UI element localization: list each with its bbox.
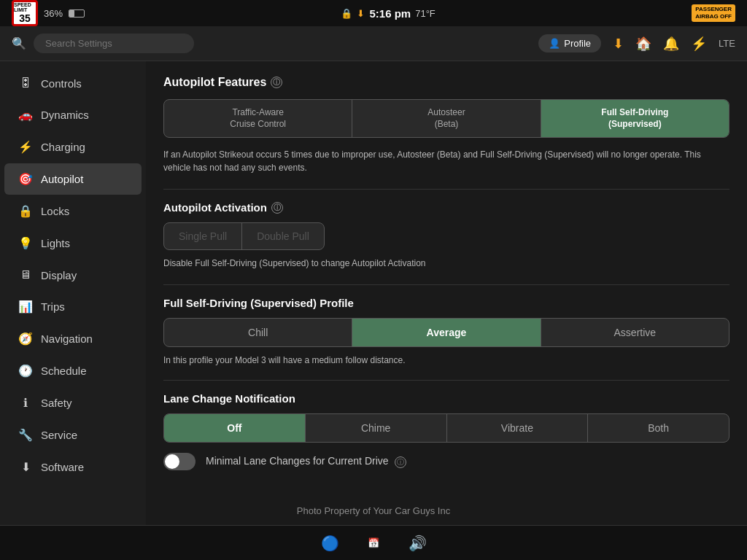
autopilot-feature-tabs: Traffic-AwareCruise Control Autosteer(Be…: [163, 99, 729, 138]
sidebar-item-schedule[interactable]: 🕐 Schedule: [4, 355, 142, 386]
status-center: 🔒 ⬇ 5:16 pm 71°F: [341, 7, 435, 20]
taskbar-volume-icon[interactable]: 🔊: [404, 530, 430, 556]
software-icon: ⬇: [18, 460, 34, 474]
sidebar-item-lights[interactable]: 💡 Lights: [4, 228, 142, 259]
speed-limit-value: 35: [19, 13, 31, 24]
lane-off-tab[interactable]: Off: [164, 414, 306, 442]
activation-heading: Autopilot Activation ⓘ: [163, 201, 729, 214]
minimal-lane-changes-toggle[interactable]: [163, 453, 196, 470]
battery-icon: [69, 9, 85, 18]
sidebar-item-navigation[interactable]: 🧭 Navigation: [4, 323, 142, 354]
sidebar-label-autopilot: Autopilot: [41, 173, 83, 185]
sidebar-item-service[interactable]: 🔧 Service: [4, 419, 142, 451]
taskbar-bluetooth-icon[interactable]: 🔵: [317, 530, 343, 556]
speed-limit-label: SPEED LIMIT: [14, 2, 36, 13]
charging-icon: ⚡: [18, 140, 34, 154]
sidebar-item-charging[interactable]: ⚡ Charging: [4, 131, 142, 163]
lights-icon: 💡: [18, 236, 34, 250]
minimal-lane-changes-label: Minimal Lane Changes for Current Drive ⓘ: [206, 455, 406, 468]
search-input[interactable]: [34, 34, 194, 53]
lane-vibrate-tab[interactable]: Vibrate: [447, 414, 589, 442]
lane-both-tab[interactable]: Both: [588, 414, 729, 442]
divider-3: [163, 380, 729, 381]
fsd-tab[interactable]: Full Self-Driving(Supervised): [541, 100, 729, 137]
bluetooth-icon[interactable]: ⚡: [691, 36, 707, 52]
sidebar-label-navigation: Navigation: [41, 332, 93, 345]
tacc-tab[interactable]: Traffic-AwareCruise Control: [164, 100, 352, 137]
sidebar-label-display: Display: [41, 269, 77, 281]
content-area: Autopilot Features ⓘ Traffic-AwareCruise…: [146, 61, 747, 525]
status-left: SPEED LIMIT 35 36%: [12, 0, 85, 26]
profile-description: In this profile your Model 3 will have a…: [163, 354, 729, 367]
battery-percent: 36%: [44, 8, 63, 19]
home-icon[interactable]: 🏠: [635, 36, 651, 52]
taskbar-calendar-icon[interactable]: 📅 23: [360, 530, 387, 556]
sidebar-item-safety[interactable]: ℹ Safety: [4, 387, 142, 419]
sidebar-item-locks[interactable]: 🔒 Locks: [4, 195, 142, 227]
minimal-lane-changes-row: Minimal Lane Changes for Current Drive ⓘ: [163, 453, 729, 470]
sidebar-item-display[interactable]: 🖥 Display: [4, 260, 142, 290]
sidebar-item-dynamics[interactable]: 🚗 Dynamics: [4, 99, 142, 131]
sidebar-label-software: Software: [41, 461, 84, 473]
speed-limit: SPEED LIMIT 35: [12, 0, 38, 26]
navigation-icon: 🧭: [18, 332, 34, 346]
trips-icon: 📊: [18, 300, 34, 314]
autopilot-warning-text: If an Autopilot Strikeout occurs 5 times…: [163, 148, 729, 174]
sidebar-label-service: Service: [41, 429, 77, 441]
sidebar-label-controls: Controls: [41, 77, 82, 90]
sidebar-item-trips[interactable]: 📊 Trips: [4, 291, 142, 322]
display-icon: 🖥: [18, 268, 34, 281]
profile-label: Profile: [564, 38, 591, 49]
fsd-profile-heading: Full Self-Driving (Supervised) Profile: [163, 297, 729, 309]
sidebar-item-controls[interactable]: 🎛 Controls: [4, 68, 142, 98]
download-icon[interactable]: ⬇: [613, 36, 624, 52]
lane-change-heading: Lane Change Notification: [163, 392, 729, 405]
status-right: PASSENGERAIRBAG OFF: [692, 4, 735, 21]
sidebar: 🎛 Controls 🚗 Dynamics ⚡ Charging 🎯 Autop…: [0, 61, 146, 525]
download-status-icon: ⬇: [357, 8, 365, 19]
sidebar-item-autopilot[interactable]: 🎯 Autopilot: [4, 163, 142, 195]
average-profile-tab[interactable]: Average: [352, 319, 541, 346]
locks-icon: 🔒: [18, 204, 34, 218]
autopilot-features-heading: Autopilot Features ⓘ: [163, 76, 729, 89]
sidebar-label-trips: Trips: [41, 300, 65, 313]
double-pull-btn[interactable]: Double Pull: [242, 223, 324, 249]
sidebar-label-charging: Charging: [41, 141, 85, 153]
activation-disabled-notice: Disable Full Self-Driving (Supervised) t…: [163, 257, 729, 270]
search-bar: 🔍 👤 Profile ⬇ 🏠 🔔 ⚡ LTE: [0, 26, 747, 61]
controls-icon: 🎛: [18, 77, 34, 90]
search-icons: 👤 Profile ⬇ 🏠 🔔 ⚡ LTE: [538, 34, 735, 52]
safety-icon: ℹ: [18, 396, 34, 410]
status-bar: SPEED LIMIT 35 36% 🔒 ⬇ 5:16 pm 71°F PASS…: [0, 0, 747, 26]
sidebar-label-locks: Locks: [41, 205, 69, 217]
divider-1: [163, 189, 729, 190]
autosteer-tab[interactable]: Autosteer(Beta): [352, 100, 541, 137]
assertive-profile-tab[interactable]: Assertive: [541, 319, 729, 346]
signal-icon: LTE: [719, 38, 735, 49]
divider-2: [163, 284, 729, 285]
autopilot-features-info-icon[interactable]: ⓘ: [271, 77, 282, 88]
fsd-profile-tabs: Chill Average Assertive: [163, 318, 729, 347]
time-display: 5:16 pm: [369, 7, 411, 20]
sidebar-item-software[interactable]: ⬇ Software: [4, 451, 142, 483]
dynamics-icon: 🚗: [18, 108, 34, 122]
lane-change-tabs: Off Chime Vibrate Both: [163, 413, 729, 443]
service-icon: 🔧: [18, 428, 34, 442]
main-content: 🎛 Controls 🚗 Dynamics ⚡ Charging 🎯 Autop…: [0, 61, 747, 525]
single-pull-btn[interactable]: Single Pull: [164, 223, 242, 249]
search-icon: 🔍: [12, 36, 26, 50]
bell-icon[interactable]: 🔔: [663, 36, 679, 52]
autopilot-icon: 🎯: [18, 172, 34, 186]
lock-icon: 🔒: [341, 8, 352, 19]
sidebar-label-lights: Lights: [41, 237, 70, 249]
sidebar-label-schedule: Schedule: [41, 365, 87, 377]
sidebar-label-dynamics: Dynamics: [41, 109, 89, 121]
chill-profile-tab[interactable]: Chill: [164, 319, 352, 346]
taskbar: 🔵 📅 23 🔊: [0, 525, 747, 560]
profile-button[interactable]: 👤 Profile: [538, 34, 601, 52]
profile-icon: 👤: [549, 38, 560, 49]
minimal-lane-info-icon[interactable]: ⓘ: [395, 456, 406, 468]
activation-info-icon[interactable]: ⓘ: [271, 202, 283, 214]
lane-chime-tab[interactable]: Chime: [306, 414, 447, 442]
schedule-icon: 🕐: [18, 364, 34, 378]
